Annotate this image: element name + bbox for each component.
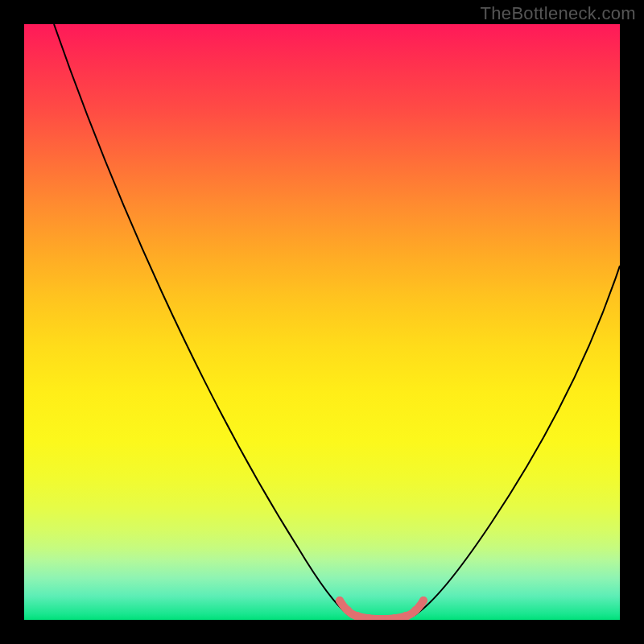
svg-point-1: [344, 606, 352, 614]
curve-overlay: [24, 24, 620, 620]
watermark-text: TheBottleneck.com: [481, 3, 636, 24]
bottleneck-curve: [54, 24, 620, 617]
svg-point-2: [353, 612, 361, 620]
svg-point-0: [336, 597, 344, 605]
svg-point-7: [411, 606, 419, 614]
svg-point-6: [402, 612, 410, 620]
svg-point-8: [419, 597, 427, 605]
plot-area: [24, 24, 620, 620]
chart-frame: TheBottleneck.com: [0, 0, 644, 644]
